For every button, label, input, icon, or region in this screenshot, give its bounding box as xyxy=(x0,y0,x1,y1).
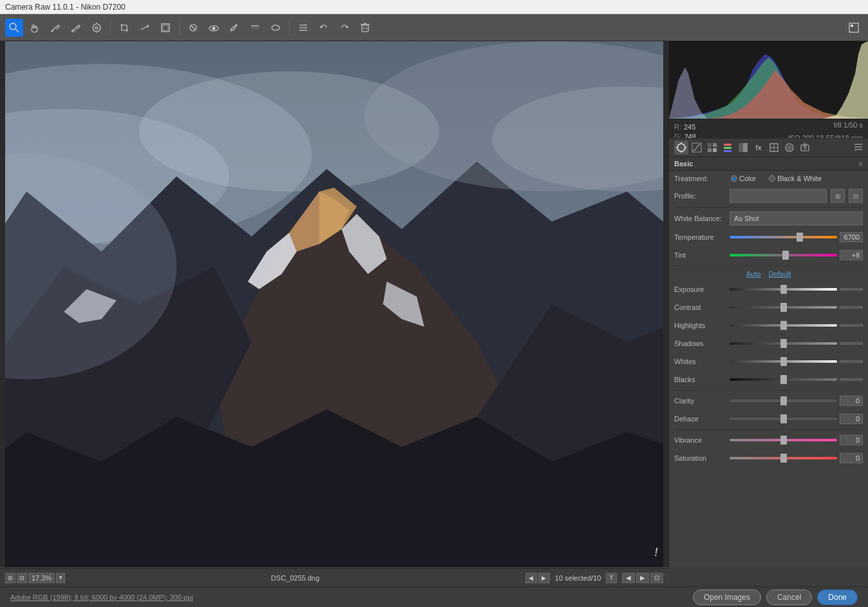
graduated-filter-tool[interactable] xyxy=(246,19,264,37)
zoom-tool[interactable] xyxy=(5,19,23,37)
bottom-bar: Adobe RGB (1998); 8 bit; 6000 by 4000 (2… xyxy=(0,586,868,607)
color-radio[interactable]: Color xyxy=(731,175,756,182)
dehaze-thumb[interactable] xyxy=(780,414,787,423)
whites-value[interactable] xyxy=(840,360,863,363)
spot-removal-tool[interactable] xyxy=(184,19,202,37)
highlights-thumb[interactable] xyxy=(780,321,787,330)
trash-tool[interactable] xyxy=(356,19,374,37)
bottom-info-link[interactable]: Adobe RGB (1998); 8 bit; 6000 by 4000 (2… xyxy=(10,593,193,601)
clarity-value[interactable]: 0 xyxy=(840,396,863,406)
transform-tool[interactable] xyxy=(156,19,175,37)
tab-detail[interactable] xyxy=(705,140,719,155)
default-btn[interactable]: Default xyxy=(768,270,791,278)
done-btn[interactable]: Done xyxy=(817,590,858,605)
tab-lens-corrections[interactable]: fx xyxy=(751,140,766,155)
profile-grid-btn[interactable]: ⊞ xyxy=(831,189,845,203)
exposure-slider[interactable] xyxy=(730,285,837,294)
saturation-value[interactable]: 0 xyxy=(840,453,863,463)
prev-image-btn[interactable]: ◀ xyxy=(525,573,537,583)
tab-split-toning[interactable] xyxy=(736,140,750,155)
dehaze-slider[interactable] xyxy=(730,414,837,423)
exposure-thumb[interactable] xyxy=(780,285,787,294)
radial-filter-tool[interactable] xyxy=(267,19,285,37)
exposure-value[interactable] xyxy=(840,288,863,291)
tint-value[interactable]: +8 xyxy=(840,250,863,260)
shadows-thumb[interactable] xyxy=(780,339,787,348)
presets-tool[interactable] xyxy=(294,19,312,37)
bw-radio[interactable]: Black & White xyxy=(769,175,821,182)
vibrance-value[interactable]: 0 xyxy=(840,435,863,445)
target-adj-tool[interactable] xyxy=(88,19,106,37)
blacks-value[interactable] xyxy=(840,378,863,381)
crop-tool[interactable] xyxy=(115,19,133,37)
filter-btn[interactable]: Y xyxy=(606,573,617,583)
contrast-value[interactable] xyxy=(840,306,863,309)
shadows-slider[interactable] xyxy=(730,339,837,348)
color-sampler-tool[interactable] xyxy=(67,19,85,37)
profile-dropdown[interactable] xyxy=(730,189,827,203)
whites-slider[interactable] xyxy=(730,357,837,366)
warning-icon: ! xyxy=(654,546,658,559)
white-balance-dropdown[interactable]: As ShotAutoDaylightCloudyShadeTungstenFl… xyxy=(730,211,863,226)
blacks-thumb[interactable] xyxy=(780,375,787,384)
temperature-thumb[interactable] xyxy=(797,233,803,242)
highlights-value[interactable] xyxy=(840,324,863,327)
rotate-cw-tool[interactable] xyxy=(335,19,354,37)
tab-tone-curve[interactable] xyxy=(690,140,704,155)
open-images-btn[interactable]: Open Images xyxy=(693,590,761,605)
temperature-control: 6700 xyxy=(730,232,863,242)
profile-browse-btn[interactable]: ⊟ xyxy=(849,189,863,203)
separator-2 xyxy=(179,20,180,35)
straighten-tool[interactable] xyxy=(136,19,154,37)
photo-canvas[interactable]: ! xyxy=(5,41,663,567)
tint-slider[interactable] xyxy=(730,251,837,260)
filmstrip-right-btn[interactable]: ▶ xyxy=(636,573,649,583)
tab-transform[interactable] xyxy=(767,140,781,155)
basic-panel-title: Basic ≡ xyxy=(669,157,868,171)
tab-basic[interactable] xyxy=(674,140,688,155)
blacks-slider[interactable] xyxy=(730,375,837,384)
contrast-thumb[interactable] xyxy=(780,303,787,312)
tab-hsl[interactable] xyxy=(721,140,735,155)
vibrance-thumb[interactable] xyxy=(780,436,787,445)
panel-menu-icon[interactable] xyxy=(854,142,863,153)
vibrance-slider[interactable] xyxy=(730,436,837,445)
main-layout: ! xyxy=(0,41,868,567)
filmstrip-left-btn[interactable]: ◀ xyxy=(622,573,635,583)
saturation-slider[interactable] xyxy=(730,454,837,463)
contrast-slider[interactable] xyxy=(730,303,837,312)
cancel-btn[interactable]: Cancel xyxy=(766,590,812,605)
red-eye-tool[interactable] xyxy=(205,19,223,37)
next-image-btn[interactable]: ▶ xyxy=(538,573,550,583)
tab-camera-calibration[interactable] xyxy=(798,140,812,155)
fullscreen-btn[interactable] xyxy=(845,19,863,37)
fit-screen-btn[interactable]: ⊞ xyxy=(5,573,15,583)
dehaze-value[interactable]: 0 xyxy=(840,414,863,424)
svg-point-21 xyxy=(272,25,279,30)
nav-arrows: ◀ ▶ xyxy=(525,573,550,583)
svg-line-1 xyxy=(15,29,19,32)
saturation-thumb[interactable] xyxy=(780,454,787,463)
filmstrip-expand-btn[interactable]: ⊡ xyxy=(650,573,663,583)
whites-thumb[interactable] xyxy=(780,357,787,366)
tab-effects[interactable] xyxy=(782,140,797,155)
zoom-dropdown-btn[interactable]: ▼ xyxy=(56,573,65,583)
blacks-control xyxy=(730,375,863,384)
highlights-slider[interactable] xyxy=(730,321,837,330)
tint-thumb[interactable] xyxy=(782,251,789,260)
shadows-value[interactable] xyxy=(840,342,863,345)
panel-title-menu[interactable]: ≡ xyxy=(859,160,863,168)
clarity-slider[interactable] xyxy=(730,396,837,405)
camera-info: f/8 1/50 s ISO 200 18-55@18 mm xyxy=(788,120,863,138)
temperature-value[interactable]: 6700 xyxy=(840,232,863,242)
zoom-level[interactable]: 17.3% xyxy=(28,573,55,583)
fill-screen-btn[interactable]: ⊟ xyxy=(17,573,27,583)
temperature-slider[interactable] xyxy=(730,233,837,242)
clarity-thumb[interactable] xyxy=(780,396,787,405)
canvas-image: ! xyxy=(0,41,668,567)
rotate-ccw-tool[interactable] xyxy=(315,19,333,37)
adj-brush-tool[interactable] xyxy=(225,19,243,37)
eyedropper-tool[interactable] xyxy=(46,19,64,37)
auto-btn[interactable]: Auto xyxy=(746,270,761,278)
hand-tool[interactable] xyxy=(26,19,44,37)
